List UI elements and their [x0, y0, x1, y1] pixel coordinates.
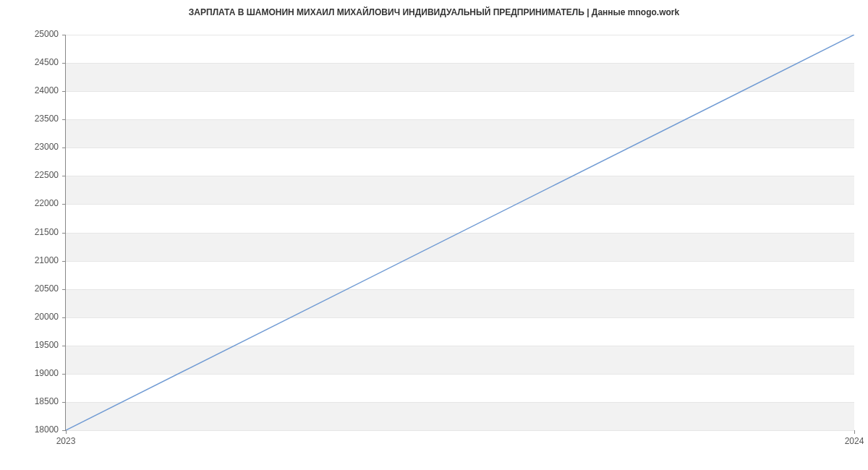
plot-area: 1800018500190001950020000205002100021500… — [65, 35, 854, 431]
y-tick-label: 24000 — [22, 85, 59, 95]
y-tick-label: 18000 — [22, 424, 59, 435]
y-tick-label: 20500 — [22, 283, 59, 294]
chart-title: ЗАРПЛАТА В ШАМОНИН МИХАИЛ МИХАЙЛОВИЧ ИНД… — [0, 7, 868, 17]
y-tick-label: 19500 — [22, 340, 59, 350]
y-tick-label: 21000 — [22, 255, 59, 265]
y-tick-label: 19000 — [22, 368, 59, 378]
x-tick-label: 2024 — [845, 436, 864, 446]
x-tick-mark — [66, 430, 67, 434]
x-tick-label: 2023 — [56, 436, 76, 446]
y-tick-label: 22500 — [22, 170, 59, 180]
y-tick-label: 25000 — [22, 29, 59, 39]
y-tick-label: 22000 — [22, 198, 59, 208]
y-tick-label: 23000 — [22, 142, 59, 152]
y-tick-label: 24500 — [22, 57, 59, 67]
data-line — [66, 35, 854, 430]
y-grid-line — [66, 430, 854, 431]
y-tick-label: 23500 — [22, 114, 59, 124]
chart: ЗАРПЛАТА В ШАМОНИН МИХАИЛ МИХАЙЛОВИЧ ИНД… — [0, 0, 868, 470]
y-tick-label: 18500 — [22, 396, 59, 406]
y-tick-label: 20000 — [22, 312, 59, 322]
y-tick-label: 21500 — [22, 227, 59, 237]
data-line-layer — [66, 35, 854, 430]
x-tick-mark — [854, 430, 855, 434]
